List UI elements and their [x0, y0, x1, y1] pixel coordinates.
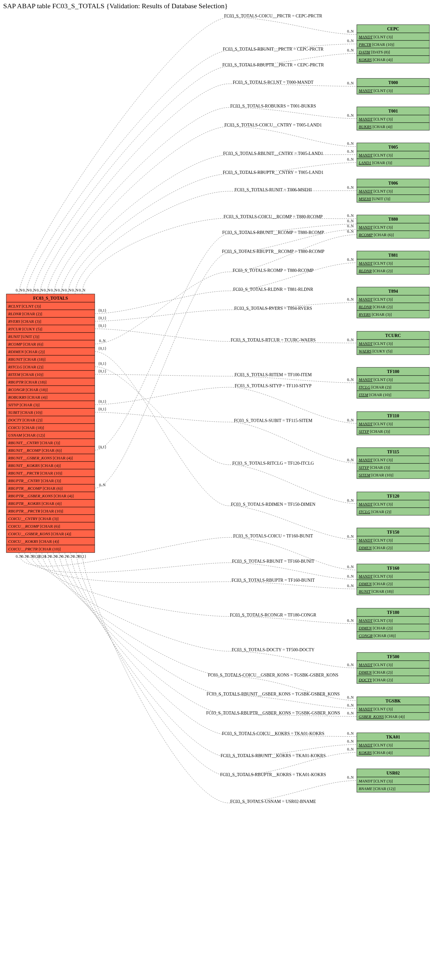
- svg-text:TGSBK: TGSBK: [386, 698, 401, 703]
- tgt-cardinality: 0..N: [347, 219, 354, 223]
- tgt-cardinality: 0..N: [347, 565, 354, 569]
- relation-label: FC03_S_TOTALS-COICU__GSBER_KONS = TGSBK-…: [208, 673, 338, 678]
- source-row: RCLNT [CLNT (3)]: [8, 304, 41, 309]
- source-row: RBUNIT__GSBER_KONS [CHAR (4)]: [8, 455, 73, 460]
- tgt-cardinality: 0..N: [347, 458, 354, 462]
- svg-text:T005: T005: [388, 145, 398, 150]
- target-row: SITYP [CHAR (3)]: [359, 465, 390, 470]
- source-row: RBUPTR__GSBER_KONS [CHAR (4)]: [8, 493, 74, 498]
- src-cardinality: {0,1}: [98, 399, 107, 404]
- target-row: MANDT [CLNT (3)]: [358, 779, 393, 783]
- src-cardinality: {0,1}: [78, 554, 87, 558]
- src-cardinality: {0,1}: [98, 323, 107, 328]
- relation-label: FC03_S_TOTALS-COICU__RCOMP = T880-RCOMP: [223, 214, 323, 219]
- target-row: RLDNR [CHAR (2)]: [358, 268, 393, 273]
- relation-label: FC03_S_TOTALS-DOCTY = TF500-DOCTY: [232, 648, 315, 652]
- target-row: RVERS [CHAR (3)]: [358, 312, 391, 317]
- relation-edge: [82, 553, 357, 803]
- relation-label: FC03_S_TOTALS-RBUNIT__GSBER_KONS = TGSBK…: [206, 692, 340, 697]
- target-table-t880: T880MANDT [CLNT (3)]RCOMP [CHAR (6)]: [357, 215, 429, 239]
- relation-edge: [48, 553, 357, 700]
- svg-text:T001: T001: [388, 109, 398, 113]
- tgt-cardinality: 0..N: [347, 663, 354, 667]
- relation-label: FC03_S_TOTALS-RDIMEN = TF150-DIMEN: [231, 502, 315, 507]
- target-table-tf160: TF160MANDT [CLNT (3)]DIMEN [CHAR (2)]BUN…: [357, 564, 429, 595]
- source-row: COICU [CHAR (18)]: [8, 425, 44, 430]
- tgt-cardinality: 0..N: [347, 113, 354, 118]
- target-row: SITYP [CHAR (3)]: [359, 429, 390, 434]
- target-row: KOKRS [CHAR (4)]: [358, 57, 393, 62]
- target-row: DOCTY [CHAR (2)]: [358, 678, 393, 682]
- tgt-cardinality: 0..N: [347, 337, 354, 342]
- tgt-cardinality: 0..N: [347, 618, 354, 623]
- target-row: MANDT [CLNT (3)]: [358, 574, 393, 579]
- src-cardinality: 0..N: [44, 288, 51, 293]
- target-row: GSBER_KONS [CHAR (4)]: [359, 714, 405, 719]
- target-row: MANDT [CLNT (3)]: [358, 153, 393, 158]
- relation-edge: [95, 329, 357, 343]
- relation-edge: [95, 387, 357, 423]
- relation-label: FC03_S_TOTALS-USNAM = USR02-BNAME: [230, 799, 316, 804]
- src-cardinality: 0..N: [30, 288, 36, 293]
- src-cardinality: 0..N: [72, 288, 78, 293]
- relation-label: FC03_S_TOTALS-RVERS = T894-RVERS: [234, 306, 312, 311]
- target-table-t006: T006MANDT [CLNT (3)]MSEHI [UNIT (3)]: [357, 179, 429, 202]
- relation-edge: [95, 374, 357, 383]
- relation-edge: [95, 302, 357, 321]
- src-cardinality: {0,1}: [98, 316, 107, 320]
- tgt-cardinality: 0..N: [347, 141, 354, 146]
- relation-label: FC03_S_TOTALS-COICU__PRCTR = CEPC-PRCTR: [224, 14, 322, 18]
- relation-label: FC03_S_TOTALS-RITCLG = TF120-ITCLG: [233, 461, 314, 466]
- relation-label: FC03_S_TOTALS-RITEM = TF100-ITEM: [234, 372, 312, 377]
- src-cardinality: 0..N: [65, 288, 71, 293]
- relation-label: FC03_S_TOTALS-RBUPTR__RCOMP = T880-RCOMP: [222, 249, 325, 254]
- svg-text:USR02: USR02: [386, 771, 400, 775]
- tgt-cardinality: 0..N: [347, 747, 354, 751]
- target-table-t894: T894MANDT [CLNT (3)]RLDNR [CHAR (2)]RVER…: [357, 287, 429, 318]
- tgt-cardinality: 0..N: [347, 695, 354, 700]
- svg-text:CEPC: CEPC: [387, 27, 399, 31]
- source-row: SITYP [CHAR (3)]: [8, 402, 40, 407]
- relation-edge: [68, 162, 357, 294]
- relation-label: FC03_S_TOTALS-RUNIT = T006-MSEHI: [234, 188, 312, 192]
- source-row: RBUPTR [CHAR (18)]: [8, 380, 46, 384]
- target-row: DATBI [DATS (8)]: [358, 49, 390, 54]
- source-row: RBUPTR__RCOMP [CHAR (6)]: [8, 486, 63, 491]
- target-row: MANDT [CLNT (3)]: [358, 502, 393, 506]
- source-row: RBUNIT__PRCTR [CHAR (10)]: [8, 471, 62, 476]
- source-row: COICU__GSBER_KONS [CHAR (4)]: [8, 531, 71, 536]
- target-row: WAERS [CUKY (5)]: [359, 349, 393, 353]
- relation-label: FC03_S_TOTALS-RBUNIT__KOKRS = TKA01-KOKR…: [221, 753, 326, 758]
- tgt-cardinality: 0..N: [347, 418, 354, 422]
- source-row: SUBIT [CHAR (10)]: [8, 410, 42, 415]
- target-row: MANDT [CLNT (3)]: [358, 743, 393, 747]
- target-row: DIMEN [CHAR (2)]: [358, 670, 393, 675]
- target-table-cepc: CEPCMANDT [CLNT (3)]PRCTR [CHAR (10)]DAT…: [357, 25, 429, 63]
- source-row: RDIMEN [CHAR (2)]: [8, 349, 45, 354]
- relation-edge: [76, 553, 357, 776]
- src-cardinality: {0,1}: [98, 346, 107, 351]
- relation-label: FC03_S_TOTALS-RCLNT = T000-MANDT: [233, 80, 314, 85]
- source-row: COICU__PRCTR [CHAR (10)]: [8, 547, 61, 551]
- tgt-cardinality: 0..N: [347, 534, 354, 539]
- relation-edge: [75, 191, 357, 294]
- tgt-cardinality: 0..N: [347, 149, 354, 154]
- relation-label: FC03_S_TOTALS-RBUPTR__GSBER_KONS = TGSBK…: [206, 711, 340, 715]
- src-cardinality: 0..N: [58, 288, 65, 293]
- target-table-tf180: TF180MANDT [CLNT (3)]DIMEN [CHAR (2)]CON…: [357, 608, 429, 639]
- source-row: RCONGR [CHAR (18)]: [8, 387, 48, 392]
- svg-text:TF160: TF160: [387, 566, 399, 571]
- target-row: MANDT [CLNT (3)]: [358, 377, 393, 382]
- tgt-cardinality: 0..N: [347, 297, 354, 302]
- relation-label: FC03_S_TOTALS-COICU__KOKRS = TKA01-KOKRS: [222, 731, 324, 736]
- source-row: ROBUKRS [CHAR (4)]: [8, 395, 48, 399]
- relation-edge: [53, 553, 357, 708]
- source-row: RBUNIT__KOKRS [CHAR (4)]: [8, 463, 61, 468]
- source-table: FC03_S_TOTALSRCLNT [CLNT (3)]RLDNR [CHAR…: [6, 294, 95, 553]
- tgt-cardinality: 0..N: [347, 703, 354, 708]
- src-cardinality: 0..N: [51, 288, 57, 293]
- relation-label: FC03_S_TOTALS-RTCUR = TCURC-WAERS: [231, 337, 315, 342]
- tgt-cardinality: 0..N: [347, 257, 354, 262]
- target-row: BNAME [CHAR (12)]: [359, 786, 395, 791]
- relation-edge: [95, 367, 357, 504]
